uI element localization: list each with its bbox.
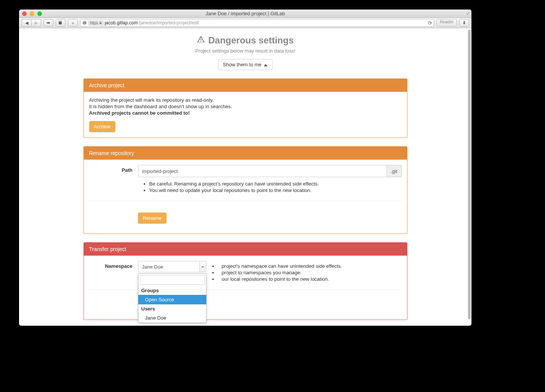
titlebar: Jane Doe / imported project | GitLab ⤢ [19,10,471,18]
lock-icon [99,21,102,24]
namespace-select[interactable]: Jane Doe Groups Open Source [138,261,207,272]
page-viewport[interactable]: Dangerous settings Project settings belo… [19,28,471,326]
transfer-note-2-visible: project to namespaces you manage. [222,270,302,275]
namespace-selected: Jane Doe [138,264,199,270]
transfer-panel-heading: Transfer project [84,243,407,256]
danger-heading-text: Dangerous settings [208,35,293,46]
archive-note-1: Archiving the project will mark its repo… [89,97,402,103]
transfer-note-3-visible: our local repositories to point to the n… [222,276,329,282]
share-icon [46,21,51,25]
url-bar[interactable]: https jacob.gitlap.com/janedoe/imported-… [80,19,434,27]
transfer-note-1-visible: project's namespace can have unintended … [222,263,342,269]
back-button[interactable]: ◀ [21,19,31,27]
warning-icon [197,35,205,46]
https-badge: https [88,21,104,26]
share-button[interactable] [43,19,53,27]
rename-note-1: Be careful. Renaming a project's reposit… [149,181,402,187]
archive-panel-heading: Archive project [84,79,407,92]
rename-note-2: You will need to update your local repos… [149,187,402,193]
archive-note-3: Archived projects cannot be committed to… [89,110,190,116]
reader-list-icon[interactable] [82,20,87,26]
transfer-panel: Transfer project Namespace Jane Doe [83,242,407,320]
dropdown-search-input[interactable] [140,275,205,285]
url-host: jacob.gitlap.com [105,20,138,26]
danger-subtext: Project settings below may result in dat… [83,48,407,54]
add-button[interactable]: ＋ [68,19,78,27]
danger-heading: Dangerous settings [197,35,293,46]
dropdown-group-header-users: Users [138,304,206,313]
reader-button[interactable]: Reader [436,19,457,27]
path-label: Path [89,165,138,173]
chevron-up-icon [264,62,268,67]
path-input[interactable] [138,165,387,177]
archive-panel-body: Archiving the project will mark its repo… [84,92,407,138]
rename-panel-heading: Rename repository [84,147,407,160]
fullscreen-icon[interactable]: ⤢ [466,11,470,16]
rename-panel: Rename repository Path .git Be careful. … [83,146,407,234]
transfer-panel-body: Namespace Jane Doe [84,256,407,320]
browser-toolbar: ◀ ▶ ＋ https jacob.gitlap.com/janedoe/imp… [19,18,471,28]
divider [89,201,402,201]
reload-button[interactable] [428,20,432,26]
dropdown-search-wrap [138,274,206,286]
select-arrow-icon [199,261,206,272]
window-title: Jane Doe / imported project | GitLab [19,11,471,16]
browser-window: Jane Doe / imported project | GitLab ⤢ ◀… [19,10,471,326]
dropdown-group-header-groups: Groups [138,286,206,295]
show-dangerous-button[interactable]: Show them to me [218,59,272,70]
forward-button[interactable]: ▶ [31,19,41,27]
archive-button[interactable]: Archive [89,121,115,132]
archive-note-2: It is hidden from the dashboard and does… [89,104,402,109]
rename-button[interactable]: Rename [138,213,167,224]
namespace-dropdown: Groups Open Source Users Jane Doe [138,274,207,323]
dropdown-item-open-source[interactable]: Open Source [138,295,206,304]
page-content: Dangerous settings Project settings belo… [83,28,407,320]
url-path: /janedoe/imported-project/edit [138,20,199,26]
dropdown-item-jane-doe[interactable]: Jane Doe [138,313,206,323]
git-extension-addon: .git [387,165,401,177]
download-icon [462,20,466,26]
danger-header: Dangerous settings Project settings belo… [83,35,407,70]
archive-panel: Archive project Archiving the project wi… [83,78,407,138]
namespace-label: Namespace [89,261,138,269]
rename-panel-body: Path .git Be careful. Renaming a project… [84,160,407,234]
scrollbar[interactable] [468,28,471,326]
downloads-button[interactable] [459,19,469,27]
show-button-label: Show them to me [223,62,261,67]
bookmarks-button[interactable] [56,19,66,27]
scrollbar-thumb[interactable] [468,30,471,319]
divider [89,290,402,290]
lock-open-icon [58,21,63,25]
